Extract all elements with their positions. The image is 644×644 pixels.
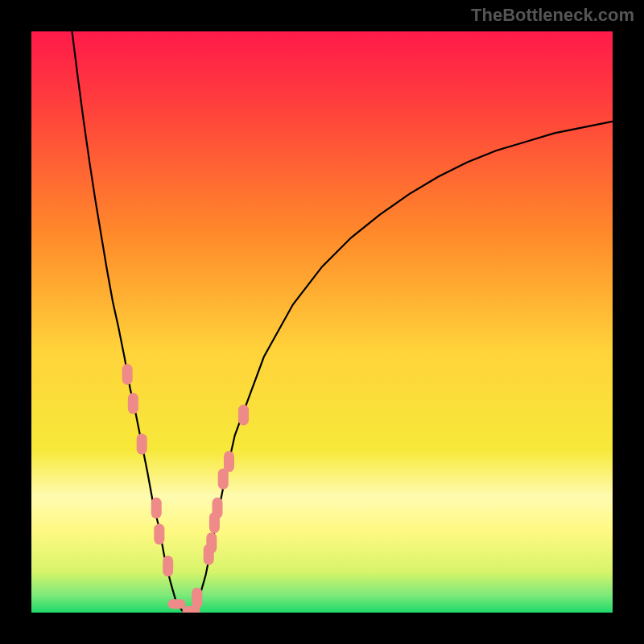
data-point [137, 434, 147, 455]
data-point [168, 599, 186, 609]
plot-area [31, 31, 613, 613]
watermark-text: TheBottleneck.com [471, 5, 634, 26]
data-point [163, 555, 173, 576]
data-point [128, 393, 138, 414]
data-point [192, 588, 202, 609]
data-points-group [122, 364, 249, 613]
data-point [206, 532, 217, 553]
data-point [218, 469, 229, 489]
data-point [122, 364, 133, 385]
data-point [154, 524, 164, 545]
data-point [238, 405, 249, 426]
bottleneck-curve-line [72, 31, 613, 612]
data-point [151, 497, 162, 518]
chart-curve [31, 31, 613, 613]
data-point [224, 451, 234, 472]
data-point [213, 497, 223, 518]
